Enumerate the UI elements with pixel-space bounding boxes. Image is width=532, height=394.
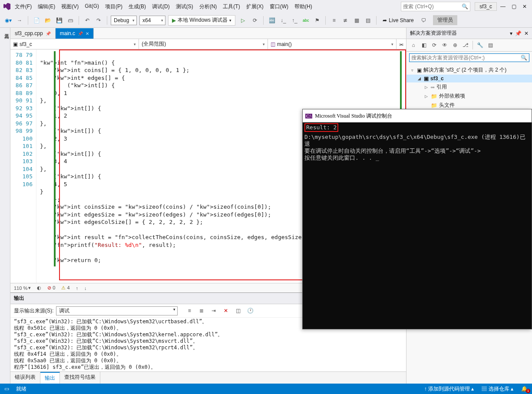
- out-wrap-icon[interactable]: ≣: [197, 306, 206, 315]
- down-icon[interactable]: ↓: [84, 286, 87, 291]
- tab-errorlist[interactable]: 错误列表: [10, 372, 40, 384]
- out-clock-icon[interactable]: 🕐: [245, 306, 255, 315]
- tab-findsymbol[interactable]: 查找符号结果: [60, 372, 100, 384]
- tree-references[interactable]: ▷▫▫ 引用: [406, 82, 532, 92]
- open-icon[interactable]: 📂: [43, 16, 53, 25]
- uncomment-icon[interactable]: ≢: [340, 16, 350, 25]
- panel-pin-icon[interactable]: 📌: [515, 30, 522, 36]
- console-body[interactable]: Result: 2 D:\mysetup\gopath\src\dsy\sf3_…: [303, 122, 532, 162]
- warning-count[interactable]: ⚠ 4: [61, 285, 69, 291]
- error-count[interactable]: ⊘ 0: [47, 285, 55, 291]
- notifications-icon[interactable]: 🔔: [521, 386, 528, 392]
- toolbox-tab[interactable]: 工具箱: [0, 28, 10, 384]
- back-icon[interactable]: ◉▾: [3, 16, 13, 25]
- source-control-button[interactable]: ↑ 添加到源代码管理 ▴: [424, 385, 474, 393]
- sync-icon[interactable]: ⟳: [430, 41, 439, 49]
- tree-headers[interactable]: 📁 头文件: [406, 101, 532, 110]
- menu-extensions[interactable]: 扩展(X): [244, 1, 266, 12]
- view-icon[interactable]: ▤: [486, 41, 495, 49]
- menu-file[interactable]: 文件(F): [12, 1, 34, 12]
- menu-analyze[interactable]: 分析(N): [197, 1, 220, 12]
- comment-icon[interactable]: ≡: [329, 16, 339, 25]
- repo-button[interactable]: ▤ 选择仓库 ▴: [482, 385, 513, 393]
- nav-scope[interactable]: ▣sf3_c: [10, 39, 139, 49]
- solution-search[interactable]: 🔍: [409, 53, 529, 62]
- tree-solution-root[interactable]: ▿▣ 解决方案 'sf3_c' (2 个项目，共 2 个): [406, 66, 532, 75]
- split-icon[interactable]: ⫘: [397, 39, 406, 49]
- solution-search-input[interactable]: [411, 55, 521, 61]
- panel-menu-icon[interactable]: ▾: [510, 30, 512, 36]
- maximize-icon[interactable]: ▢: [512, 3, 516, 10]
- new-file-icon[interactable]: 📄: [32, 16, 41, 25]
- tab-close-icon[interactable]: ✕: [86, 31, 89, 36]
- bookmark-icon[interactable]: ▦: [352, 16, 361, 25]
- menu-project[interactable]: 项目(P): [102, 1, 125, 12]
- feedback-icon[interactable]: 🗩: [419, 16, 429, 25]
- pin-icon[interactable]: 📌: [78, 31, 83, 36]
- console-titlebar[interactable]: C:\ Microsoft Visual Studio 调试控制台: [303, 109, 532, 122]
- main-toolbar: ◉▾ → 📄 📂 💾 🗃 ↶ ↷ Debug x64 ▶ 本地 Windows …: [0, 13, 532, 28]
- properties-icon[interactable]: 🔧: [476, 41, 484, 49]
- menu-build[interactable]: 生成(B): [126, 1, 149, 12]
- out-x-icon[interactable]: ✕: [221, 306, 231, 315]
- output-source-dropdown[interactable]: 调试: [56, 306, 178, 315]
- pin-icon[interactable]: 📌: [46, 31, 51, 36]
- save-icon[interactable]: 💾: [54, 16, 64, 25]
- collapse-icon[interactable]: ◧: [420, 41, 428, 49]
- panel-close-icon[interactable]: ✕: [524, 30, 529, 36]
- up-icon[interactable]: ↑: [76, 286, 79, 291]
- branch-icon[interactable]: ⎇: [461, 41, 470, 49]
- out-stop-icon[interactable]: ◫: [233, 306, 243, 315]
- search-icon: 🔍: [462, 3, 468, 10]
- search-input[interactable]: [403, 3, 462, 10]
- folder-icon: 📁: [431, 102, 437, 108]
- zoom-control[interactable]: 110 % ▾: [14, 285, 31, 291]
- menu-tools[interactable]: 工具(T): [220, 1, 242, 12]
- abc-icon[interactable]: abc: [301, 16, 311, 25]
- out-lock-icon[interactable]: ⇥: [209, 306, 218, 315]
- menu-test[interactable]: 测试(S): [173, 1, 196, 12]
- undo-icon[interactable]: ↶: [83, 16, 92, 25]
- search-box[interactable]: 🔍: [401, 2, 470, 11]
- bookmark2-icon[interactable]: ▤: [363, 16, 373, 25]
- step2-icon[interactable]: ↑_: [290, 16, 299, 25]
- output-source-label: 显示输出来源(S):: [14, 307, 53, 315]
- nav-icon[interactable]: ◐: [37, 285, 41, 291]
- step-icon[interactable]: ↓_: [278, 16, 288, 25]
- live-share-button[interactable]: ➦ Live Share: [380, 17, 416, 23]
- func-icon: ◫: [271, 41, 275, 47]
- tree-project[interactable]: ◢▣ sf3_c: [406, 75, 532, 82]
- menu-window[interactable]: 窗口(W): [267, 1, 291, 12]
- refresh2-icon[interactable]: ⊕: [451, 41, 459, 49]
- config-dropdown[interactable]: Debug: [111, 16, 137, 25]
- platform-dropdown[interactable]: x64: [139, 16, 165, 25]
- refresh-icon[interactable]: ⟳: [250, 16, 260, 25]
- close-icon[interactable]: ✕: [522, 3, 527, 10]
- show-all-icon[interactable]: 👁: [440, 41, 449, 49]
- tree-external[interactable]: ▷📁 外部依赖项: [406, 92, 532, 101]
- ab-icon[interactable]: 🔤: [267, 16, 277, 25]
- nav-func[interactable]: ◫main(): [268, 39, 397, 49]
- flag-icon[interactable]: ⚑: [312, 16, 322, 25]
- tab-output[interactable]: 输出: [40, 372, 60, 384]
- menu-help[interactable]: 帮助(H): [292, 1, 315, 12]
- save-all-icon[interactable]: 🗃: [66, 16, 75, 25]
- tab-sf3cpp[interactable]: sf3_cpp.cpp 📌: [10, 28, 56, 39]
- search-icon: 🔍: [521, 55, 527, 61]
- solution-explorer-title: 解决方案资源管理器 ▾ 📌 ✕: [406, 28, 532, 39]
- nav-context[interactable]: (全局范围): [139, 39, 268, 49]
- play-nodeub-icon[interactable]: ▷: [238, 16, 248, 25]
- menu-view[interactable]: 视图(V): [59, 1, 81, 12]
- menu-git[interactable]: Git(G): [82, 1, 102, 12]
- forward-icon[interactable]: →: [15, 16, 24, 25]
- solution-tree[interactable]: ▿▣ 解决方案 'sf3_c' (2 个项目，共 2 个) ◢▣ sf3_c ▷…: [406, 64, 532, 112]
- menu-debug[interactable]: 调试(D): [149, 1, 172, 12]
- redo-icon[interactable]: ↷: [94, 16, 103, 25]
- home-icon[interactable]: ⌂: [409, 41, 418, 49]
- tab-mainc[interactable]: main.c 📌 ✕: [56, 28, 94, 39]
- run-button[interactable]: ▶ 本地 Windows 调试器 ▾: [168, 15, 235, 26]
- live-share-label: Live Share: [389, 17, 413, 23]
- out-clear-icon[interactable]: ≡: [185, 306, 194, 315]
- minimize-icon[interactable]: —: [500, 3, 506, 10]
- menu-edit[interactable]: 编辑(E): [35, 1, 58, 12]
